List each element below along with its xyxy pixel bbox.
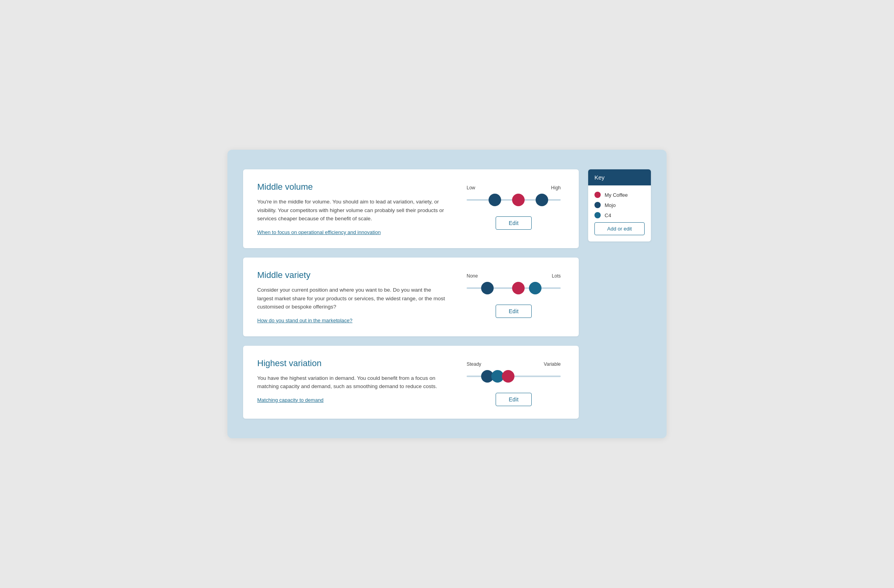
- slider-track-container[interactable]: [467, 369, 561, 383]
- slider-dot-1[interactable]: [512, 282, 525, 294]
- key-item-label: Mojo: [605, 202, 616, 208]
- slider-right-label: Lots: [552, 273, 561, 279]
- card-title: Middle variety: [257, 270, 447, 280]
- key-item-label: C4: [605, 212, 611, 218]
- card-middle-variety: Middle varietyConsider your current posi…: [243, 258, 579, 336]
- slider-labels: SteadyVariable: [467, 361, 561, 367]
- card-middle-volume: Middle volumeYou're in the middle for vo…: [243, 169, 579, 248]
- card-link[interactable]: Matching capacity to demand: [257, 397, 323, 403]
- key-header: Key: [588, 169, 651, 185]
- key-dot: [594, 202, 601, 208]
- card-visual: SteadyVariableEdit: [463, 358, 565, 406]
- slider-area: NoneLots: [467, 273, 561, 295]
- slider-area: LowHigh: [467, 185, 561, 207]
- slider-track-container[interactable]: [467, 281, 561, 295]
- card-title: Highest variation: [257, 358, 447, 368]
- card-highest-variation: Highest variationYou have the highest va…: [243, 346, 579, 419]
- slider-left-label: Steady: [467, 361, 481, 367]
- slider-dot-2[interactable]: [536, 194, 548, 206]
- slider-area: SteadyVariable: [467, 361, 561, 383]
- key-item: Mojo: [594, 202, 645, 208]
- slider-labels: LowHigh: [467, 185, 561, 191]
- key-panel: Key My CoffeeMojoC4Add or edit: [588, 169, 651, 241]
- key-item: C4: [594, 212, 645, 218]
- card-body: Consider your current position and where…: [257, 286, 447, 311]
- slider-labels: NoneLots: [467, 273, 561, 279]
- card-content: Middle volumeYou're in the middle for vo…: [257, 182, 447, 236]
- key-item-label: My Coffee: [605, 192, 628, 198]
- card-link[interactable]: When to focus on operational efficiency …: [257, 229, 381, 235]
- slider-dot-0[interactable]: [481, 282, 494, 294]
- slider-dot-1[interactable]: [512, 194, 525, 206]
- key-dot: [594, 192, 601, 198]
- key-dot: [594, 212, 601, 218]
- slider-left-label: Low: [467, 185, 475, 191]
- slider-track-container[interactable]: [467, 193, 561, 207]
- card-visual: NoneLotsEdit: [463, 270, 565, 318]
- card-content: Middle varietyConsider your current posi…: [257, 270, 447, 324]
- add-or-edit-button[interactable]: Add or edit: [594, 222, 645, 235]
- card-visual: LowHighEdit: [463, 182, 565, 230]
- slider-dot-2[interactable]: [529, 282, 541, 294]
- slider-dot-2[interactable]: [502, 370, 514, 383]
- card-link[interactable]: How do you stand out in the marketplace?: [257, 318, 353, 323]
- card-body: You have the highest variation in demand…: [257, 374, 447, 391]
- slider-right-label: High: [551, 185, 561, 191]
- key-body: My CoffeeMojoC4Add or edit: [588, 185, 651, 241]
- key-item: My Coffee: [594, 192, 645, 198]
- edit-button-middle-variety[interactable]: Edit: [496, 305, 531, 318]
- card-body: You're in the middle for volume. You sho…: [257, 198, 447, 223]
- slider-dot-0[interactable]: [489, 194, 501, 206]
- card-content: Highest variationYou have the highest va…: [257, 358, 447, 403]
- slider-right-label: Variable: [544, 361, 561, 367]
- edit-button-middle-volume[interactable]: Edit: [496, 216, 531, 230]
- edit-button-highest-variation[interactable]: Edit: [496, 393, 531, 406]
- slider-left-label: None: [467, 273, 478, 279]
- main-container: Middle volumeYou're in the middle for vo…: [227, 150, 667, 438]
- card-title: Middle volume: [257, 182, 447, 192]
- cards-column: Middle volumeYou're in the middle for vo…: [243, 169, 579, 419]
